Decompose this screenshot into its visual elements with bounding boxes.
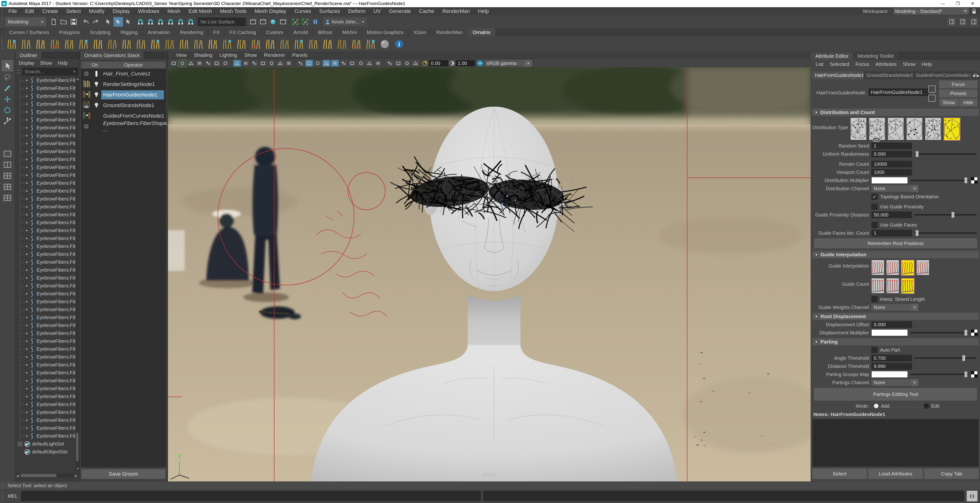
menu-grip[interactable] (1, 8, 3, 14)
exposure-field[interactable]: 0.00 (429, 60, 448, 66)
camera-attributes-icon[interactable] (187, 60, 195, 67)
close-button[interactable]: ✕ (965, 0, 980, 7)
parting-groups-map-slider[interactable] (910, 371, 969, 377)
outliner-item-eyebrowfibers[interactable]: EyebrowFibers:Fib (15, 124, 76, 132)
script-editor-icon[interactable]: {;} (967, 490, 978, 501)
viewport-count-field[interactable]: 1000 (871, 169, 912, 176)
viewport-menu-show[interactable]: Show (241, 52, 261, 58)
menu-edit-mesh[interactable]: Edit Mesh (185, 8, 216, 14)
node-name-input[interactable]: HairFromGuidesNode1 (869, 88, 929, 96)
outliner-item-eyebrowfibers[interactable]: EyebrowFibers:Fib (15, 377, 76, 385)
exposure-icon[interactable] (422, 60, 428, 66)
menu-uv[interactable]: UV (369, 8, 385, 14)
outliner-item-eyebrowfibers[interactable]: EyebrowFibers:Fib (15, 100, 76, 108)
outliner-menu-display[interactable]: Display (16, 61, 37, 66)
menu-windows[interactable]: Windows (134, 8, 164, 14)
menu-modify[interactable]: Modify (85, 8, 109, 14)
command-line-grip[interactable] (1, 491, 3, 501)
outliner-item-eyebrowfibers[interactable]: EyebrowFibers:Fib (15, 329, 76, 337)
outliner-item-eyebrowfibers[interactable]: EyebrowFibers:Fib (15, 140, 76, 147)
outliner-item-eyebrowfibers[interactable]: EyebrowFibers:Fib (15, 298, 76, 306)
outliner-item-eyebrowfibers[interactable]: EyebrowFibers:Fib (15, 321, 76, 329)
select-object-icon[interactable] (113, 17, 123, 27)
focus-button[interactable]: Focus (939, 80, 978, 88)
viewport-canvas[interactable]: 0000000000000000000000000000000000 (168, 67, 811, 481)
image-plane-icon[interactable] (204, 60, 212, 67)
shelf-tab-rendering[interactable]: Rendering (175, 28, 208, 37)
outliner-item-eyebrowfibers[interactable]: EyebrowFibers:Fib (15, 171, 76, 179)
isolate-select-icon[interactable] (386, 60, 394, 67)
outliner-item-eyebrowfibers[interactable]: EyebrowFibers:Fib (15, 187, 76, 195)
use-guide-proximity-checkbox[interactable] (871, 204, 878, 210)
guides-from-shape-icon[interactable] (5, 37, 18, 51)
guide-count-option-3[interactable] (901, 278, 915, 294)
outliner-item-eyebrowfibers[interactable]: EyebrowFibers:Fib (15, 203, 76, 211)
snap-projected-center-icon[interactable] (166, 17, 175, 27)
section-header-parting[interactable]: ▼Parting (812, 338, 979, 346)
outliner-item-eyebrowfibers[interactable]: EyebrowFibers:Fib (15, 401, 76, 409)
clump-icon[interactable] (220, 37, 234, 51)
menu-generate[interactable]: Generate (385, 8, 415, 14)
shaded-icon[interactable] (305, 60, 313, 67)
outliner-item-eyebrowfibers[interactable]: EyebrowFibers:Fib (15, 84, 76, 92)
use-guide-faces-checkbox[interactable] (871, 222, 878, 228)
outliner-item-eyebrowfibers[interactable]: EyebrowFibers:Fib (15, 258, 76, 266)
operator-row-hairfromguidesnode1[interactable]: HairFromGuidesNode1 (81, 89, 166, 100)
tool-settings-toggle-icon[interactable] (958, 17, 967, 27)
snap-view-plane-icon[interactable] (176, 17, 185, 27)
menu-edit[interactable]: Edit (21, 8, 38, 14)
shelf-tab-sculpting[interactable]: Sculpting (85, 28, 115, 37)
outliner-item-eyebrowfibers[interactable]: EyebrowFibers:Fib (15, 266, 76, 274)
rotate-strands-icon[interactable] (191, 37, 205, 51)
render-settings-icon[interactable] (292, 37, 305, 51)
anti-alias-icon[interactable] (365, 60, 374, 67)
outliner-item-eyebrowfibers[interactable]: EyebrowFibers:Fib (15, 361, 76, 369)
live-surface-field[interactable]: No Live Surface (198, 18, 246, 26)
braid-icon[interactable] (234, 37, 248, 51)
node-tabs-scroll-left-icon[interactable]: ◀ (972, 73, 975, 78)
help-line-grip[interactable] (1, 483, 3, 488)
evaluation-toggle-icon[interactable] (301, 17, 310, 27)
outliner-item-eyebrowfibers[interactable]: EyebrowFibers:Fib (15, 211, 76, 219)
outliner-item-defaultlightset[interactable]: defaultLightSet (15, 440, 76, 448)
operator-name[interactable]: GroundStrandsNode1 (101, 101, 164, 110)
menu-deform[interactable]: Deform (344, 8, 369, 14)
copy-tab-button[interactable]: Copy Tab (924, 468, 979, 479)
node-tab-groundstrandsnode1[interactable]: GroundStrandsNode1 (864, 71, 913, 79)
guide-count-option-2[interactable] (886, 278, 899, 294)
screen-space-ao-icon[interactable] (348, 60, 356, 67)
camera-select-icon[interactable] (170, 60, 178, 67)
bookmark-icon[interactable] (196, 60, 204, 67)
node-tab-hairfromguidesnode1[interactable]: HairFromGuidesNode1 (812, 71, 863, 79)
visibility-toggle-icon[interactable] (92, 81, 101, 88)
distribution-multiplier-map-button[interactable] (971, 177, 978, 184)
channel-box-toggle-icon[interactable] (969, 17, 978, 27)
hypershade-persp-layout[interactable] (2, 193, 13, 203)
ornatrix-stack-tab[interactable]: Ornatrix Operators Stack (80, 51, 143, 59)
partings-channel-dropdown-arrow-icon[interactable]: ▼ (911, 379, 918, 386)
viewport-menu-view[interactable]: View (172, 52, 190, 58)
visibility-toggle-icon[interactable] (92, 92, 101, 98)
displacement-offset-field[interactable]: 0.000 (871, 321, 912, 328)
select-tool[interactable] (2, 61, 13, 71)
render-view-icon[interactable] (248, 17, 258, 27)
curves-from-strands-icon[interactable] (278, 37, 291, 51)
menu-create[interactable]: Create (38, 8, 62, 14)
ae-menu-list[interactable]: List (813, 61, 827, 67)
ae-menu-show[interactable]: Show (900, 61, 918, 67)
persp-outliner-layout[interactable] (2, 171, 13, 180)
menu-mesh-display[interactable]: Mesh Display (250, 8, 290, 14)
section-header-guide-interpolation[interactable]: ▼Guide Interpolation (812, 251, 979, 259)
move-tool[interactable] (2, 94, 13, 104)
distribution-type-option-5[interactable] (925, 118, 941, 140)
outliner-menu-help[interactable]: Help (55, 61, 71, 66)
paint-select-tool[interactable] (2, 83, 13, 93)
outliner-item-eyebrowfibers[interactable]: EyebrowFibers:Fib (15, 416, 76, 424)
field-chart-icon[interactable] (267, 60, 275, 67)
visibility-toggle-icon[interactable] (92, 71, 101, 77)
snap-grid-icon[interactable] (136, 17, 145, 27)
viewport-menu-shading[interactable]: Shading (190, 52, 216, 58)
redo-icon[interactable] (91, 17, 101, 27)
outliner-item-eyebrowfibers[interactable]: EyebrowFibers:Fib (15, 306, 76, 313)
load-attributes-button[interactable]: Load Attributes (868, 468, 923, 479)
